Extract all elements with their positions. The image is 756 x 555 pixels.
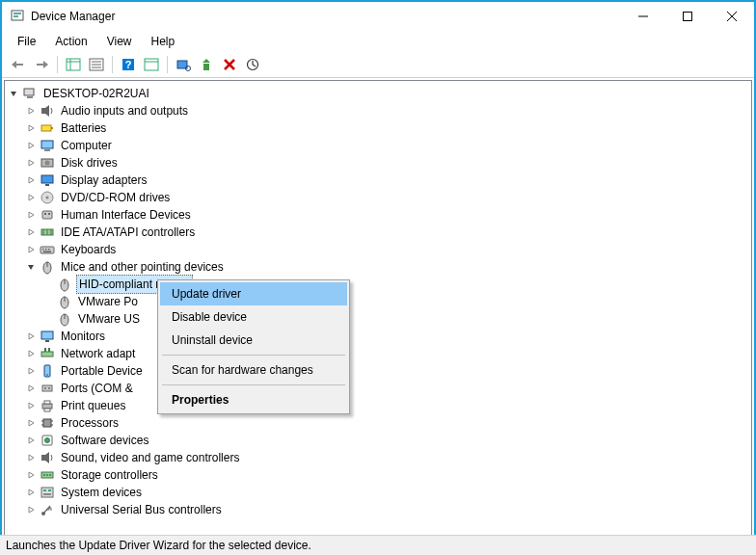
chevron-right-icon[interactable] [24, 503, 38, 516]
chevron-right-icon[interactable] [24, 225, 38, 239]
close-button[interactable] [710, 2, 754, 31]
svg-rect-71 [44, 409, 50, 411]
svg-point-83 [49, 474, 51, 476]
svg-point-38 [46, 197, 49, 199]
menu-view[interactable]: View [99, 33, 140, 50]
tree-category[interactable]: System devices [24, 484, 749, 501]
tree-category[interactable]: IDE ATA/ATAPI controllers [24, 224, 749, 241]
chevron-down-icon[interactable] [7, 87, 20, 100]
chevron-right-icon[interactable] [24, 434, 38, 447]
tree-category[interactable]: Software devices [24, 432, 749, 449]
tree-category[interactable]: Disk drives [24, 154, 749, 172]
chevron-right-icon[interactable] [24, 121, 38, 135]
chevron-right-icon[interactable] [24, 208, 38, 222]
chevron-right-icon[interactable] [24, 486, 38, 499]
scan-button[interactable] [173, 54, 194, 75]
chevron-down-icon[interactable] [24, 260, 38, 274]
tree-device[interactable]: VMware US [41, 310, 749, 328]
tree-category[interactable]: Display adapters [24, 172, 749, 189]
update-button[interactable] [196, 54, 217, 75]
hid-icon [40, 207, 55, 223]
chevron-right-icon[interactable] [24, 416, 38, 430]
context-menu-item[interactable]: Disable device [160, 305, 347, 329]
chevron-right-icon[interactable] [24, 347, 38, 360]
svg-rect-63 [48, 348, 50, 352]
tree-category-label: Ports (COM & [59, 380, 135, 397]
svg-point-34 [45, 161, 50, 166]
mouse-icon [57, 294, 72, 309]
help-button[interactable]: ? [118, 54, 139, 75]
system-icon [40, 485, 55, 500]
context-menu-item[interactable]: Scan for hardware changes [160, 358, 347, 382]
maximize-button[interactable] [665, 2, 710, 31]
keyboard-icon [40, 242, 55, 257]
audio-icon [40, 103, 55, 119]
svg-point-68 [48, 387, 50, 389]
svg-rect-30 [51, 127, 53, 129]
tree-category[interactable]: Computer [24, 137, 749, 154]
tree-category-label: Universal Serial Bus controllers [59, 501, 224, 518]
mouse-icon [57, 277, 72, 292]
chevron-right-icon[interactable] [24, 139, 38, 152]
disable-button[interactable] [242, 54, 263, 75]
tree-device-label: VMware US [76, 310, 142, 328]
show-hidden-button[interactable] [63, 54, 84, 75]
chevron-right-icon[interactable] [24, 451, 38, 464]
chevron-right-icon[interactable] [24, 330, 38, 343]
forward-button[interactable] [31, 54, 52, 75]
tree-category[interactable]: Mice and other pointing devicesHID-compl… [24, 258, 749, 328]
svg-rect-48 [45, 249, 47, 251]
device-tree[interactable]: DESKTOP-02R2UAIAudio inputs and outputsB… [5, 81, 751, 522]
tree-category[interactable]: Portable Device [24, 362, 749, 380]
tree-root[interactable]: DESKTOP-02R2UAIAudio inputs and outputsB… [7, 85, 749, 518]
svg-rect-22 [203, 64, 209, 70]
chevron-right-icon[interactable] [24, 191, 38, 204]
action2-button[interactable] [141, 54, 162, 75]
status-bar: Launches the Update Driver Wizard for th… [0, 535, 756, 555]
svg-rect-26 [24, 89, 34, 95]
svg-rect-29 [41, 125, 51, 131]
chevron-right-icon[interactable] [24, 382, 38, 395]
chevron-right-icon[interactable] [24, 156, 38, 170]
tree-category[interactable]: Keyboards [24, 241, 749, 258]
menu-help[interactable]: Help [144, 33, 183, 50]
tree-category[interactable]: Storage controllers [24, 466, 749, 484]
tree-category[interactable]: DVD/CD-ROM drives [24, 189, 749, 206]
tree-category[interactable]: Audio inputs and outputs [24, 102, 749, 119]
tree-category[interactable]: Monitors [24, 328, 749, 345]
chevron-right-icon[interactable] [24, 173, 38, 187]
tree-category[interactable]: Sound, video and game controllers [24, 449, 749, 466]
tree-device[interactable]: HID-compliant mouse [41, 276, 749, 293]
context-menu-item[interactable]: Update driver [160, 282, 347, 305]
tree-category[interactable]: Universal Serial Bus controllers [24, 501, 749, 518]
tree-device-label: VMware Po [76, 293, 140, 310]
usb-icon [40, 502, 55, 517]
svg-rect-28 [41, 108, 45, 114]
svg-rect-41 [48, 213, 50, 215]
tree-category[interactable]: Network adapt [24, 345, 749, 362]
context-menu-item[interactable]: Uninstall device [160, 329, 347, 352]
disk-icon [40, 155, 55, 171]
chevron-right-icon[interactable] [24, 104, 38, 118]
minimize-button[interactable] [621, 2, 665, 31]
tree-category[interactable]: Human Interface Devices [24, 206, 749, 224]
uninstall-button[interactable] [219, 54, 240, 75]
tree-category[interactable]: Ports (COM & [24, 380, 749, 397]
chevron-right-icon[interactable] [24, 399, 38, 412]
tree-category[interactable]: Processors [24, 414, 749, 432]
properties-button[interactable] [86, 54, 107, 75]
tree-device[interactable]: VMware Po [41, 293, 749, 310]
tree-category[interactable]: Batteries [24, 119, 749, 137]
tree-category[interactable]: Print queues [24, 397, 749, 414]
menu-action[interactable]: Action [47, 33, 94, 50]
chevron-right-icon[interactable] [24, 364, 38, 378]
tree-root-label: DESKTOP-02R2UAI [41, 85, 151, 102]
window-title: Device Manager [31, 10, 621, 23]
chevron-right-icon[interactable] [24, 468, 38, 482]
chevron-right-icon[interactable] [24, 243, 38, 256]
menu-file[interactable]: File [10, 33, 43, 50]
context-menu-item[interactable]: Properties [160, 388, 347, 411]
svg-rect-87 [43, 493, 51, 495]
svg-rect-1 [14, 13, 21, 14]
back-button[interactable] [8, 54, 29, 75]
